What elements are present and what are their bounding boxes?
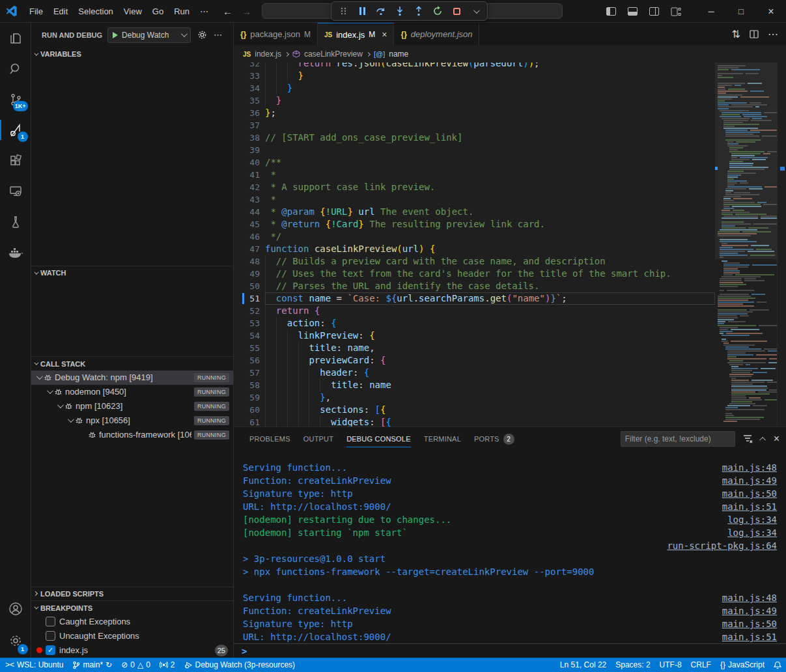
- step-into-button[interactable]: [392, 3, 408, 19]
- nav-back-button[interactable]: ←: [223, 6, 232, 17]
- console-source-link[interactable]: main.js:48: [722, 593, 777, 603]
- debug-console-repl[interactable]: >: [234, 643, 786, 658]
- status-utf-8[interactable]: UTF-8: [655, 658, 686, 672]
- code-line[interactable]: 39: [234, 144, 715, 156]
- filter-icon[interactable]: [743, 434, 753, 443]
- status-main[interactable]: main*↻: [68, 658, 117, 672]
- search-icon[interactable]: [0, 53, 31, 84]
- panel-tab-output[interactable]: OUTPUT: [297, 427, 340, 451]
- step-over-button[interactable]: [373, 3, 389, 19]
- loaded-scripts-section-header[interactable]: LOADED SCRIPTS: [31, 587, 233, 601]
- nav-forward-button[interactable]: →: [242, 6, 251, 17]
- close-panel-icon[interactable]: ×: [774, 433, 779, 445]
- status-0[interactable]: ⊘0△0: [117, 658, 155, 672]
- maximize-panel-icon[interactable]: [761, 437, 766, 441]
- code-line[interactable]: 40/**: [234, 156, 715, 169]
- code-line[interactable]: 60 sections: [{: [234, 404, 715, 416]
- call-stack-session[interactable]: nodemon [9450]RUNNING: [31, 385, 233, 399]
- close-button[interactable]: ×: [756, 0, 786, 23]
- breakpoint-row[interactable]: ✓index.js25: [31, 643, 233, 658]
- customize-layout-icon[interactable]: [671, 7, 681, 16]
- code-line[interactable]: 32 return res.json(caseLinkPreview(parse…: [234, 63, 715, 70]
- code-line[interactable]: 49 // Uses the text from the card's head…: [234, 268, 715, 280]
- status-wsl-ubuntu[interactable]: ><WSL: Ubuntu: [0, 658, 68, 672]
- code-line[interactable]: 34 }: [234, 82, 715, 94]
- code-line[interactable]: 57 header: {: [234, 367, 715, 379]
- run-and-debug-icon[interactable]: 1: [0, 115, 31, 145]
- testing-icon[interactable]: [0, 206, 31, 237]
- tab-package.json[interactable]: {}package.jsonM: [234, 23, 318, 46]
- menu-selection[interactable]: Selection: [73, 4, 118, 19]
- tab-index.js[interactable]: JSindex.jsM×: [318, 23, 395, 46]
- minimize-button[interactable]: ─: [696, 0, 726, 23]
- explorer-icon[interactable]: [0, 23, 31, 53]
- status-crlf[interactable]: CRLF: [686, 658, 716, 672]
- console-source-link[interactable]: main.js:51: [722, 501, 777, 512]
- panel-tab-problems[interactable]: PROBLEMS: [243, 427, 297, 451]
- menu-view[interactable]: View: [119, 4, 147, 19]
- console-filter-input[interactable]: [621, 431, 735, 447]
- breadcrumb-symbol[interactable]: name: [389, 49, 408, 59]
- code-line[interactable]: 59 },: [234, 391, 715, 404]
- restart-button[interactable]: [430, 3, 445, 19]
- code-line[interactable]: 44 * @param {!URL} url The event object.: [234, 206, 715, 218]
- menu-edit[interactable]: Edit: [48, 4, 73, 19]
- call-stack-session[interactable]: npm [10623]RUNNING: [31, 399, 233, 413]
- code-line[interactable]: 53 action: {: [234, 317, 715, 329]
- close-tab-icon[interactable]: ×: [382, 29, 387, 40]
- code-line[interactable]: 37: [234, 119, 715, 132]
- breakpoint-checkbox[interactable]: ✓: [46, 645, 55, 655]
- pause-button[interactable]: [354, 3, 370, 19]
- console-source-link[interactable]: log.js:34: [727, 514, 777, 525]
- menu-more-button[interactable]: ⋯: [195, 4, 214, 19]
- variables-section-header[interactable]: VARIABLES: [31, 48, 233, 62]
- source-control-icon[interactable]: 1K+: [0, 84, 31, 115]
- breadcrumb-symbol-parent[interactable]: caseLinkPreview: [304, 49, 363, 59]
- remote-explorer-icon[interactable]: [0, 176, 31, 206]
- breakpoints-section-header[interactable]: BREAKPOINTS: [31, 600, 233, 615]
- settings-gear-icon[interactable]: 1: [0, 624, 31, 658]
- breakpoint-row[interactable]: Uncaught Exceptions: [31, 629, 233, 643]
- console-source-link[interactable]: main.js:51: [722, 632, 777, 642]
- code-line[interactable]: 38// [START add_ons_case_preview_link]: [234, 132, 715, 144]
- code-editor[interactable]: 32 return res.json(caseLinkPreview(parse…: [234, 63, 786, 427]
- extensions-icon[interactable]: [0, 145, 31, 176]
- status-2[interactable]: 2: [155, 658, 180, 672]
- console-source-link[interactable]: log.js:34: [727, 527, 777, 538]
- console-source-link[interactable]: main.js:49: [722, 606, 777, 616]
- status-debug-watch-3p-resources[interactable]: Debug Watch (3p-resources): [180, 658, 300, 672]
- menu-file[interactable]: File: [24, 4, 48, 19]
- console-source-link[interactable]: main.js:48: [722, 462, 777, 473]
- maximize-button[interactable]: □: [726, 0, 756, 23]
- call-stack-session[interactable]: Debug Watch: npm [9419]RUNNING: [31, 371, 233, 385]
- panel-tab-debug-console[interactable]: DEBUG CONSOLE: [340, 427, 417, 451]
- code-line[interactable]: 61 widgets: [{: [234, 416, 715, 427]
- console-source-link[interactable]: run-script-pkg.js:64: [667, 540, 777, 551]
- code-line[interactable]: 54 linkPreview: {: [234, 329, 715, 342]
- code-line[interactable]: 46 */: [234, 231, 715, 243]
- breakpoint-checkbox[interactable]: [46, 617, 55, 626]
- code-line[interactable]: 52 return {: [234, 305, 715, 317]
- split-editor-icon[interactable]: [750, 30, 759, 38]
- menu-go[interactable]: Go: [147, 4, 169, 19]
- editor-more-icon[interactable]: ⋯: [768, 28, 778, 40]
- toggle-secondary-sidebar-icon[interactable]: [649, 7, 659, 16]
- breakpoint-checkbox[interactable]: [46, 631, 55, 641]
- breadcrumb[interactable]: JS index.js caseLinkPreview [@] name: [234, 46, 786, 63]
- start-debug-icon[interactable]: [113, 32, 118, 38]
- code-line[interactable]: 51 const name = `Case: ${url.searchParam…: [234, 292, 715, 305]
- debug-session-chevron-icon[interactable]: [468, 3, 483, 19]
- code-line[interactable]: 58 title: name: [234, 379, 715, 391]
- code-line[interactable]: 48 // Builds a preview card with the cas…: [234, 255, 715, 268]
- views-more-icon[interactable]: ⋯: [214, 30, 222, 40]
- toggle-sidebar-icon[interactable]: [606, 7, 616, 16]
- toolbar-drag-handle[interactable]: [335, 3, 351, 19]
- code-line[interactable]: 56 previewCard: {: [234, 354, 715, 367]
- accounts-icon[interactable]: [0, 593, 31, 624]
- debug-settings-gear-icon[interactable]: [197, 30, 207, 40]
- menu-run[interactable]: Run: [169, 4, 195, 19]
- panel-tab-ports[interactable]: PORTS2: [468, 427, 521, 451]
- step-out-button[interactable]: [411, 3, 427, 19]
- overview-ruler[interactable]: [777, 63, 786, 427]
- panel-tab-terminal[interactable]: TERMINAL: [417, 427, 468, 451]
